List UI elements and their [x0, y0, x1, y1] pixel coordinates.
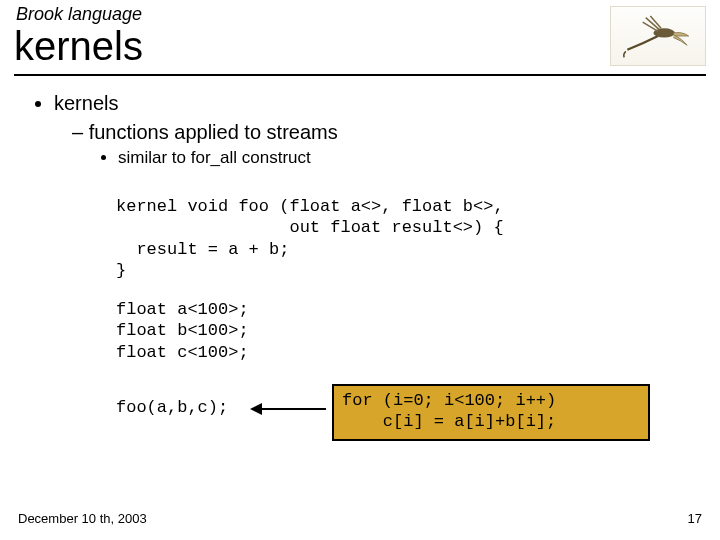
bullet-l1-text: kernels	[54, 92, 118, 114]
bullet-l2: functions applied to streams similar to …	[72, 115, 720, 176]
bullet-l3-text: similar to for_all construct	[118, 148, 311, 167]
code-kernel-def: kernel void foo (float a<>, float b<>, o…	[116, 196, 720, 281]
fly-fishing-lure-icon	[618, 13, 698, 59]
bullet-l2-text: functions applied to streams	[89, 121, 338, 143]
slide-suptitle: Brook language	[16, 4, 142, 25]
code-expanded-box: for (i=0; i<100; i++) c[i] = a[i]+b[i];	[332, 384, 650, 441]
title-underline	[14, 74, 706, 76]
arrow-left-icon	[252, 408, 326, 410]
code-call: foo(a,b,c);	[116, 398, 228, 417]
footer-page-number: 17	[688, 511, 702, 526]
bullet-l1: kernels functions applied to streams sim…	[54, 88, 720, 180]
code-decls: float a<100>; float b<100>; float c<100>…	[116, 299, 720, 363]
logo-image	[610, 6, 706, 66]
footer-date: December 10 th, 2003	[18, 511, 147, 526]
slide-header: Brook language kernels	[0, 0, 720, 78]
slide-body: kernels functions applied to streams sim…	[0, 88, 720, 363]
bullet-l3: similar to for_all construct	[118, 144, 720, 172]
slide-title: kernels	[14, 24, 143, 69]
